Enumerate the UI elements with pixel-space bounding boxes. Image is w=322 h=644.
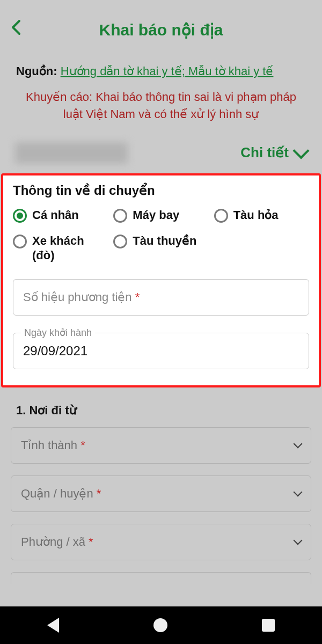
radio-label: Cá nhân	[32, 208, 79, 223]
radio-icon	[13, 209, 27, 223]
detail-label: Chi tiết	[240, 144, 289, 161]
radio-icon	[214, 209, 228, 223]
radio-label: Máy bay	[133, 208, 179, 223]
warning-text: Khuyến cáo: Khai báo thông tin sai là vi…	[0, 84, 322, 133]
depart-date-label: Ngày khởi hành	[21, 327, 95, 339]
radio-label: Tàu thuyền	[133, 233, 196, 248]
header: Khai báo nội địa	[0, 0, 322, 59]
chevron-down-icon	[292, 142, 309, 159]
radio-label: Tàu hỏa	[233, 208, 279, 223]
depart-date-value: 29/09/2021	[23, 343, 87, 358]
travel-info-section: Thông tin về di chuyển Cá nhân Máy bay T…	[1, 173, 321, 387]
nav-recent-button[interactable]	[262, 619, 275, 632]
source-link[interactable]: Hướng dẫn tờ khai y tế; Mẫu tờ khai y tế	[61, 64, 274, 78]
screen: Khai báo nội địa Nguồn: Hướng dẫn tờ kha…	[0, 0, 322, 644]
radio-plane[interactable]: Máy bay	[113, 208, 208, 223]
radio-personal[interactable]: Cá nhân	[13, 208, 108, 223]
chevron-down-icon	[294, 536, 303, 545]
vehicle-number-field[interactable]: Số hiệu phương tiện *	[13, 279, 309, 316]
vehicle-number-placeholder: Số hiệu phương tiện *	[23, 290, 140, 304]
province-select[interactable]: Tỉnh thành *	[11, 427, 311, 464]
radio-label: Xe khách (đò)	[32, 233, 108, 263]
radio-bus[interactable]: Xe khách (đò)	[13, 233, 108, 263]
ward-select[interactable]: Phường / xã *	[11, 524, 311, 560]
district-select[interactable]: Quận / huyện *	[11, 475, 311, 512]
next-select-partial[interactable]	[11, 572, 311, 584]
android-navbar	[0, 606, 322, 644]
radio-icon	[13, 235, 27, 248]
chevron-down-icon	[294, 439, 303, 448]
source-row: Nguồn: Hướng dẫn tờ khai y tế; Mẫu tờ kh…	[0, 59, 322, 84]
from-section-title: 1. Nơi đi từ	[16, 404, 306, 418]
district-placeholder: Quận / huyện *	[21, 487, 101, 501]
chevron-down-icon	[294, 487, 303, 496]
from-section: 1. Nơi đi từ Tỉnh thành * Quận / huyện *…	[0, 387, 322, 584]
detail-toggle[interactable]: Chi tiết	[240, 144, 307, 161]
radio-train[interactable]: Tàu hỏa	[214, 208, 309, 223]
radio-icon	[113, 235, 127, 248]
province-placeholder: Tỉnh thành *	[21, 438, 85, 452]
travel-section-title: Thông tin về di chuyển	[13, 183, 309, 198]
travel-mode-radio-group: Cá nhân Máy bay Tàu hỏa Xe khách (đò) Tà…	[13, 208, 309, 263]
user-name-redacted	[15, 142, 128, 164]
nav-back-button[interactable]	[47, 618, 59, 633]
ward-placeholder: Phường / xã *	[21, 535, 93, 549]
radio-boat[interactable]: Tàu thuyền	[113, 233, 208, 263]
nav-home-button[interactable]	[153, 618, 167, 632]
source-label: Nguồn:	[16, 64, 57, 78]
depart-date-field[interactable]: Ngày khởi hành 29/09/2021	[13, 333, 309, 369]
user-card: Chi tiết	[0, 133, 322, 170]
page-title: Khai báo nội địa	[11, 20, 311, 39]
radio-icon	[113, 209, 127, 223]
